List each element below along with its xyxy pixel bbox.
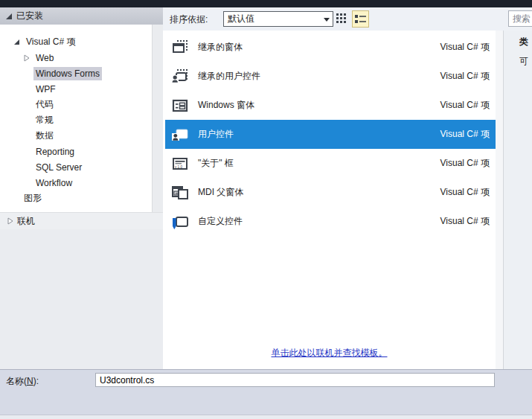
expanded-triangle-icon bbox=[14, 39, 24, 45]
tree-item-label: Web bbox=[33, 51, 56, 65]
sidebar-item-wpf[interactable]: WPF bbox=[0, 81, 152, 97]
template-name: 继承的窗体 bbox=[198, 41, 243, 54]
template-list: 继承的窗体 Visual C# 项 继承的用户控件 Visual C# 项 bbox=[163, 31, 496, 369]
tree-item-label-selected: Windows Forms bbox=[33, 67, 102, 80]
online-header-label: 联机 bbox=[17, 215, 35, 228]
template-type: Visual C# 项 bbox=[440, 70, 490, 83]
sort-dropdown-value: 默认值 bbox=[228, 13, 254, 25]
tree-item-label: WPF bbox=[33, 83, 58, 96]
sidebar-item-data[interactable]: 数据 bbox=[0, 128, 152, 144]
template-type: Visual C# 项 bbox=[440, 215, 490, 228]
tree-item-label: Reporting bbox=[33, 145, 77, 159]
expanded-triangle-icon bbox=[6, 13, 12, 19]
sidebar-item-graphics[interactable]: 图形 bbox=[0, 191, 152, 206]
find-templates-online-link[interactable]: 单击此处以联机并查找模板。 bbox=[272, 348, 388, 358]
template-info-description: 可 bbox=[519, 55, 528, 68]
small-icons-view-button[interactable] bbox=[335, 12, 348, 25]
about-box-icon: v 1.0 bbox=[171, 155, 189, 173]
tree-item-label: Workflow bbox=[33, 176, 74, 190]
template-type: Visual C# 项 bbox=[440, 41, 490, 54]
template-name: 继承的用户控件 bbox=[198, 70, 260, 83]
sidebar-item-windows-forms[interactable]: Windows Forms bbox=[0, 65, 152, 81]
template-name: MDI 父窗体 bbox=[198, 186, 243, 199]
sidebar-splitter[interactable] bbox=[152, 25, 163, 212]
template-info-type-label: 类 bbox=[519, 36, 528, 48]
dialog-bottom-bar: 名称(N): bbox=[0, 369, 532, 419]
chevron-down-icon bbox=[324, 18, 330, 22]
template-row-windows-form[interactable]: Windows 窗体 Visual C# 项 bbox=[165, 91, 496, 120]
svg-text:v 1.0: v 1.0 bbox=[175, 164, 182, 168]
window-top-strip bbox=[0, 0, 532, 7]
template-row-custom-control[interactable]: 自定义控件 Visual C# 项 bbox=[165, 207, 496, 236]
search-input[interactable]: 搜索 bbox=[508, 10, 532, 27]
collapsed-triangle-icon bbox=[24, 54, 33, 62]
template-name: 用户控件 bbox=[198, 128, 234, 141]
template-name: 自定义控件 bbox=[198, 215, 243, 228]
tree-item-label: 数据 bbox=[33, 128, 56, 144]
template-type: Visual C# 项 bbox=[440, 157, 490, 170]
custom-control-icon bbox=[171, 213, 189, 231]
template-type: Visual C# 项 bbox=[440, 128, 490, 141]
template-row-about-box[interactable]: v 1.0 "关于" 框 Visual C# 项 bbox=[165, 149, 496, 178]
tree-item-label: 常规 bbox=[33, 112, 56, 128]
mdi-parent-form-icon bbox=[171, 184, 189, 202]
template-name: "关于" 框 bbox=[198, 157, 234, 170]
category-sidebar: 已安装 Visual C# 项 Web Windows Forms WPF 代码… bbox=[0, 7, 163, 369]
template-row-inherited-form[interactable]: 继承的窗体 Visual C# 项 bbox=[165, 33, 496, 62]
tree-item-label: SQL Server bbox=[33, 161, 84, 174]
list-view-icon bbox=[355, 14, 366, 24]
grid-view-icon bbox=[336, 13, 347, 24]
template-type: Visual C# 项 bbox=[440, 186, 490, 199]
windows-form-icon bbox=[171, 97, 189, 115]
sidebar-item-web[interactable]: Web bbox=[0, 50, 152, 65]
inherited-form-icon bbox=[171, 39, 189, 57]
sidebar-header-online[interactable]: 联机 bbox=[0, 212, 163, 229]
template-row-inherited-user-control[interactable]: 继承的用户控件 Visual C# 项 bbox=[165, 62, 496, 91]
sidebar-item-workflow[interactable]: Workflow bbox=[0, 175, 152, 191]
inherited-user-control-icon bbox=[171, 68, 189, 86]
sort-by-label: 排序依据: bbox=[170, 13, 208, 26]
list-view-button[interactable] bbox=[352, 10, 369, 28]
template-type: Visual C# 项 bbox=[440, 99, 490, 112]
item-name-input[interactable] bbox=[95, 373, 495, 387]
user-control-icon bbox=[171, 126, 189, 144]
template-list-toolbar: 排序依据: 默认值 bbox=[163, 7, 532, 31]
sidebar-header-installed[interactable]: 已安装 bbox=[0, 7, 163, 25]
sidebar-item-code[interactable]: 代码 bbox=[0, 97, 152, 112]
sidebar-item-sql-server[interactable]: SQL Server bbox=[0, 159, 152, 175]
online-templates-link-row: 单击此处以联机并查找模板。 bbox=[163, 347, 496, 359]
sidebar-item-reporting[interactable]: Reporting bbox=[0, 144, 152, 159]
tree-item-label: 图形 bbox=[22, 191, 44, 206]
window-bottom-edge bbox=[0, 415, 532, 419]
template-info-panel: 类 可 bbox=[503, 31, 532, 369]
sidebar-item-general[interactable]: 常规 bbox=[0, 112, 152, 128]
list-scrollbar-track[interactable] bbox=[496, 31, 503, 369]
template-row-user-control-selected[interactable]: 用户控件 Visual C# 项 bbox=[165, 120, 496, 149]
template-row-mdi-parent[interactable]: MDI 父窗体 Visual C# 项 bbox=[165, 178, 496, 207]
collapsed-triangle-icon bbox=[7, 217, 13, 225]
tree-item-label: Visual C# 项 bbox=[24, 34, 77, 50]
name-field-label: 名称(N): bbox=[6, 375, 39, 388]
sidebar-empty-area bbox=[0, 229, 163, 369]
installed-header-label: 已安装 bbox=[16, 10, 43, 22]
add-new-item-dialog: 已安装 Visual C# 项 Web Windows Forms WPF 代码… bbox=[0, 0, 532, 419]
template-name: Windows 窗体 bbox=[198, 99, 254, 112]
tree-item-label: 代码 bbox=[33, 97, 56, 112]
sort-dropdown[interactable]: 默认值 bbox=[223, 11, 333, 27]
search-placeholder: 搜索 bbox=[513, 13, 531, 25]
sidebar-item-visual-csharp[interactable]: Visual C# 项 bbox=[0, 34, 152, 50]
